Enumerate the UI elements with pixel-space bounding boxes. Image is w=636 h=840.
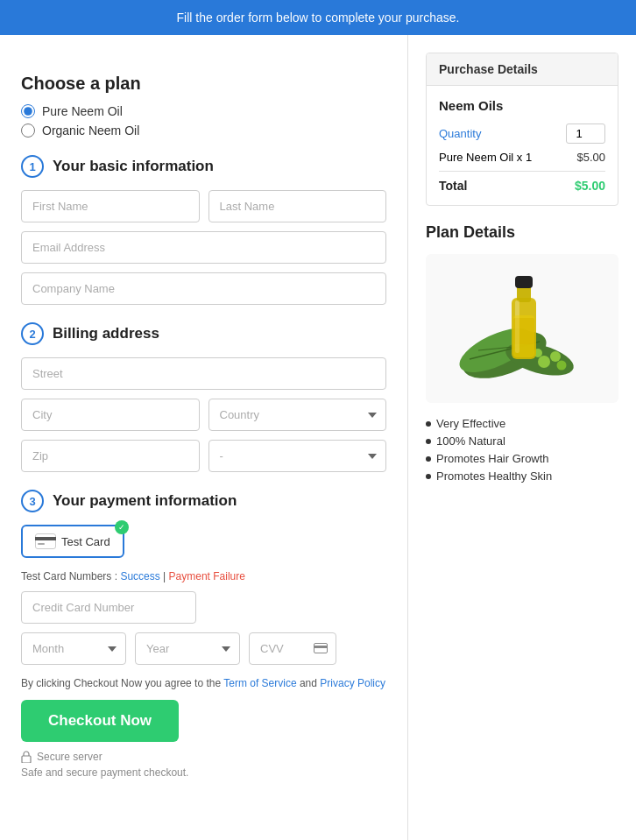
radio-pure-neem[interactable]: Pure Neem Oil: [21, 104, 386, 118]
payment-cards: Test Card ✓: [21, 525, 386, 558]
purchase-details-box: Purchase Details Neem Oils Quantity Pure…: [426, 53, 618, 206]
name-row: [21, 190, 386, 222]
svg-point-11: [538, 356, 550, 368]
banner-text: Fill the order form below to complete yo…: [177, 11, 460, 25]
right-panel: Purchase Details Neem Oils Quantity Pure…: [408, 35, 636, 840]
product-features: Very Effective100% NaturalPromotes Hair …: [426, 417, 618, 483]
svg-point-14: [557, 361, 567, 371]
cvv-card-icon: [314, 642, 328, 656]
tos-link[interactable]: Term of Service: [223, 677, 296, 689]
state-select[interactable]: - AL CA NY TX: [208, 440, 387, 472]
left-panel: Choose a plan Pure Neem Oil Organic Neem…: [0, 35, 408, 840]
tos-text: By clicking Checkout Now you agree to th…: [21, 677, 386, 689]
safe-text: Safe and secure payment checkout.: [21, 766, 386, 779]
feature-item: Promotes Hair Growth: [426, 452, 618, 465]
step3-title: Your payment information: [53, 492, 237, 510]
test-card-option[interactable]: Test Card ✓: [21, 525, 124, 558]
svg-rect-4: [314, 646, 328, 648]
svg-rect-5: [22, 756, 31, 763]
radio-organic-neem[interactable]: Organic Neem Oil: [21, 124, 386, 138]
card-selected-check: ✓: [115, 520, 129, 534]
feature-item: 100% Natural: [426, 434, 618, 448]
radio-organic-neem-label: Organic Neem Oil: [42, 124, 139, 138]
item-price-row: Pure Neem Oil x 1 $5.00: [439, 151, 605, 164]
main-container: Choose a plan Pure Neem Oil Organic Neem…: [0, 35, 636, 840]
radio-pure-neem-label: Pure Neem Oil: [42, 104, 123, 118]
plan-details: Plan Details: [426, 223, 618, 483]
test-card-numbers: Test Card Numbers : Success | Payment Fa…: [21, 570, 386, 582]
purchase-details-header: Purchase Details: [427, 53, 618, 86]
total-price: $5.00: [575, 179, 605, 193]
step3-number: 3: [21, 490, 44, 512]
product-image: [426, 254, 618, 403]
quantity-row: Quantity: [439, 124, 605, 144]
step2-title: Billing address: [53, 325, 159, 342]
svg-rect-0: [36, 534, 56, 549]
first-name-input[interactable]: [21, 190, 200, 222]
success-link[interactable]: Success: [120, 570, 159, 582]
failure-link[interactable]: Payment Failure: [169, 570, 245, 582]
company-input[interactable]: [21, 272, 386, 305]
street-input[interactable]: [21, 357, 386, 390]
step1-header: 1 Your basic information: [21, 155, 386, 178]
secure-text: Secure server: [21, 751, 386, 763]
last-name-input[interactable]: [208, 190, 387, 222]
credit-card-input[interactable]: [21, 591, 196, 624]
quantity-input[interactable]: [566, 124, 605, 144]
zip-state-row: - AL CA NY TX: [21, 440, 386, 472]
item-price: $5.00: [576, 151, 605, 164]
radio-organic-neem-input[interactable]: [21, 124, 35, 138]
year-select[interactable]: Year 202420252026 202720282029: [135, 632, 240, 665]
billing-section: 2 Billing address Country United States …: [21, 322, 386, 472]
city-input[interactable]: [21, 399, 200, 431]
step2-number: 2: [21, 322, 44, 345]
month-select[interactable]: Month 01020304 05060708 09101112: [21, 632, 126, 665]
payment-section: 3 Your payment information Test Card ✓: [21, 490, 386, 665]
step3-header: 3 Your payment information: [21, 490, 386, 512]
test-card-label: Test Card: [61, 535, 110, 548]
expiry-cvv-row: Month 01020304 05060708 09101112 Year 20…: [21, 632, 386, 665]
choose-plan-section: Choose a plan Pure Neem Oil Organic Neem…: [21, 74, 386, 138]
basic-info-section: 1 Your basic information: [21, 155, 386, 305]
svg-rect-18: [515, 276, 533, 288]
feature-item: Promotes Healthy Skin: [426, 469, 618, 483]
city-country-row: Country United States United Kingdom Can…: [21, 399, 386, 431]
step1-number: 1: [21, 155, 44, 178]
company-row: [21, 272, 386, 305]
total-row: Total $5.00: [439, 171, 605, 193]
svg-rect-2: [38, 543, 45, 545]
svg-rect-20: [513, 315, 534, 357]
radio-pure-neem-input[interactable]: [21, 104, 35, 118]
privacy-link[interactable]: Privacy Policy: [320, 677, 385, 689]
feature-item: Very Effective: [426, 417, 618, 430]
cvv-wrapper: [249, 632, 336, 665]
email-row: [21, 231, 386, 264]
checkout-button[interactable]: Checkout Now: [21, 700, 179, 742]
bullet-dot: [426, 474, 431, 479]
street-row: [21, 357, 386, 390]
lock-icon: [21, 751, 32, 763]
product-name: Neem Oils: [439, 98, 605, 113]
bullet-dot: [426, 456, 431, 462]
step1-title: Your basic information: [53, 158, 214, 175]
bullet-dot: [426, 439, 431, 444]
top-banner: Fill the order form below to complete yo…: [0, 0, 636, 35]
purchase-details-body: Neem Oils Quantity Pure Neem Oil x 1 $5.…: [427, 86, 618, 205]
svg-rect-1: [35, 537, 56, 540]
bullet-dot: [426, 421, 431, 427]
email-input[interactable]: [21, 231, 386, 264]
card-icon: [35, 533, 56, 549]
choose-plan-title: Choose a plan: [21, 74, 386, 94]
cc-number-row: [21, 591, 386, 624]
zip-input[interactable]: [21, 440, 200, 472]
step2-header: 2 Billing address: [21, 322, 386, 345]
svg-point-12: [550, 351, 561, 362]
plan-details-title: Plan Details: [426, 223, 618, 242]
quantity-label: Quantity: [439, 127, 481, 140]
total-label: Total: [439, 179, 467, 193]
item-label: Pure Neem Oil x 1: [439, 151, 532, 164]
country-select[interactable]: Country United States United Kingdom Can…: [208, 399, 387, 431]
